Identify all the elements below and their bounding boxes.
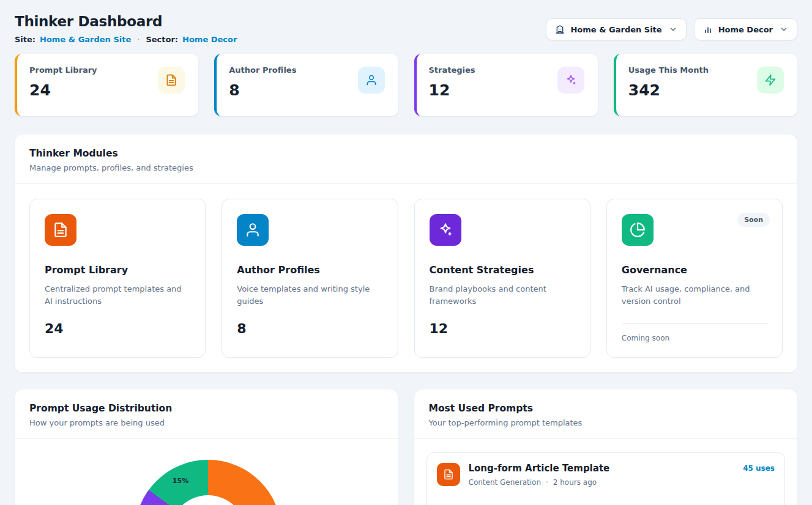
module-count: 12 bbox=[430, 321, 575, 336]
prompt-time: 2 hours ago bbox=[553, 478, 597, 487]
prompt-item-meta: Content Generation · 2 hours ago bbox=[469, 478, 775, 487]
module-count: 8 bbox=[237, 321, 382, 336]
most-used-header: Most Used Prompts Your top-performing pr… bbox=[414, 389, 798, 439]
module-description: Voice templates and writing style guides bbox=[237, 283, 382, 308]
thinker-modules-panel: Thinker Modules Manage prompts, profiles… bbox=[15, 135, 797, 372]
prompt-item-title: Long-form Article Template bbox=[469, 463, 610, 474]
topbar-left: Thinker Dashboard Site: Home & Garden Si… bbox=[15, 13, 237, 44]
prompt-list-item[interactable]: Long-form Article Template 45 uses Conte… bbox=[426, 452, 786, 505]
modules-header: Thinker Modules Manage prompts, profiles… bbox=[15, 135, 797, 184]
sector-selector-dropdown[interactable]: Home Decor bbox=[694, 18, 797, 40]
dashboard-page: Thinker Dashboard Site: Home & Garden Si… bbox=[0, 0, 812, 505]
most-used-subtitle: Your top-performing prompt templates bbox=[429, 418, 783, 427]
usage-distribution-subtitle: How your prompts are being used bbox=[29, 418, 384, 427]
user-icon bbox=[358, 67, 385, 94]
sector-selector-label: Home Decor bbox=[718, 25, 773, 34]
modules-grid: Prompt Library Centralized prompt templa… bbox=[15, 184, 797, 372]
sector-link[interactable]: Home Decor bbox=[182, 35, 237, 44]
pie-chart-icon bbox=[622, 214, 654, 246]
stat-card-usage[interactable]: Usage This Month 342 bbox=[614, 54, 797, 116]
prompt-uses-badge: 45 uses bbox=[743, 463, 775, 473]
sparkle-star-icon bbox=[557, 67, 584, 94]
usage-distribution-card: Prompt Usage Distribution How your promp… bbox=[15, 389, 398, 505]
chevron-down-icon bbox=[669, 25, 677, 34]
most-used-prompts-card: Most Used Prompts Your top-performing pr… bbox=[414, 389, 798, 505]
module-card-prompt-library[interactable]: Prompt Library Centralized prompt templa… bbox=[29, 199, 206, 358]
donut-hole bbox=[170, 495, 246, 505]
module-title: Prompt Library bbox=[45, 264, 190, 276]
site-selector-dropdown[interactable]: Home & Garden Site bbox=[546, 18, 686, 40]
module-title: Governance bbox=[622, 264, 767, 276]
donut-chart: 15% bbox=[135, 460, 281, 505]
module-card-author-profiles[interactable]: Author Profiles Voice templates and writ… bbox=[222, 199, 398, 358]
module-description: Track AI usage, compliance, and version … bbox=[622, 283, 767, 308]
breadcrumb-separator: · bbox=[135, 35, 141, 44]
zap-icon bbox=[757, 67, 784, 94]
bar-chart-icon bbox=[703, 24, 713, 34]
sparkle-star-icon bbox=[430, 214, 461, 246]
bottom-row: Prompt Usage Distribution How your promp… bbox=[15, 389, 797, 505]
site-selector-label: Home & Garden Site bbox=[570, 25, 661, 34]
stat-card-author-profiles[interactable]: Author Profiles 8 bbox=[214, 54, 398, 116]
stat-card-prompt-library[interactable]: Prompt Library 24 bbox=[15, 54, 198, 116]
sector-label: Sector: bbox=[146, 35, 178, 44]
prompt-category: Content Generation bbox=[469, 478, 541, 487]
stat-card-strategies[interactable]: Strategies 12 bbox=[414, 54, 598, 116]
file-text-icon bbox=[437, 463, 460, 486]
meta-separator: · bbox=[546, 478, 548, 487]
module-description: Centralized prompt templates and AI inst… bbox=[45, 283, 190, 308]
usage-chart-area: 15% bbox=[15, 439, 398, 505]
module-title: Author Profiles bbox=[237, 264, 382, 276]
prompt-list: Long-form Article Template 45 uses Conte… bbox=[414, 439, 798, 505]
soon-badge: Soon bbox=[737, 213, 770, 227]
topbar-selectors: Home & Garden Site Home Decor bbox=[546, 18, 797, 40]
module-count: 24 bbox=[45, 321, 190, 336]
usage-distribution-title: Prompt Usage Distribution bbox=[29, 403, 384, 414]
site-link[interactable]: Home & Garden Site bbox=[40, 35, 131, 44]
modules-title: Thinker Modules bbox=[29, 148, 783, 159]
user-icon bbox=[237, 214, 269, 246]
breadcrumb: Site: Home & Garden Site · Sector: Home … bbox=[15, 35, 237, 44]
module-title: Content Strategies bbox=[430, 264, 575, 276]
file-text-icon bbox=[45, 214, 76, 246]
module-card-content-strategies[interactable]: Content Strategies Brand playbooks and c… bbox=[414, 199, 590, 358]
page-title: Thinker Dashboard bbox=[15, 13, 237, 29]
prompt-item-body: Long-form Article Template 45 uses Conte… bbox=[469, 463, 775, 487]
building-icon bbox=[555, 24, 565, 34]
chevron-down-icon bbox=[780, 25, 788, 34]
topbar: Thinker Dashboard Site: Home & Garden Si… bbox=[15, 13, 797, 44]
modules-subtitle: Manage prompts, profiles, and strategies bbox=[29, 163, 783, 172]
usage-distribution-header: Prompt Usage Distribution How your promp… bbox=[15, 389, 398, 439]
site-label: Site: bbox=[15, 35, 35, 44]
file-text-icon bbox=[158, 67, 185, 94]
donut-segment-label: 15% bbox=[173, 477, 188, 485]
coming-soon-note: Coming soon bbox=[622, 323, 767, 342]
most-used-title: Most Used Prompts bbox=[429, 403, 783, 414]
module-description: Brand playbooks and content frameworks bbox=[430, 283, 575, 308]
module-card-governance[interactable]: Soon Governance Track AI usage, complian… bbox=[606, 199, 783, 358]
stats-row: Prompt Library 24 Author Profiles 8 Stra… bbox=[15, 54, 797, 116]
